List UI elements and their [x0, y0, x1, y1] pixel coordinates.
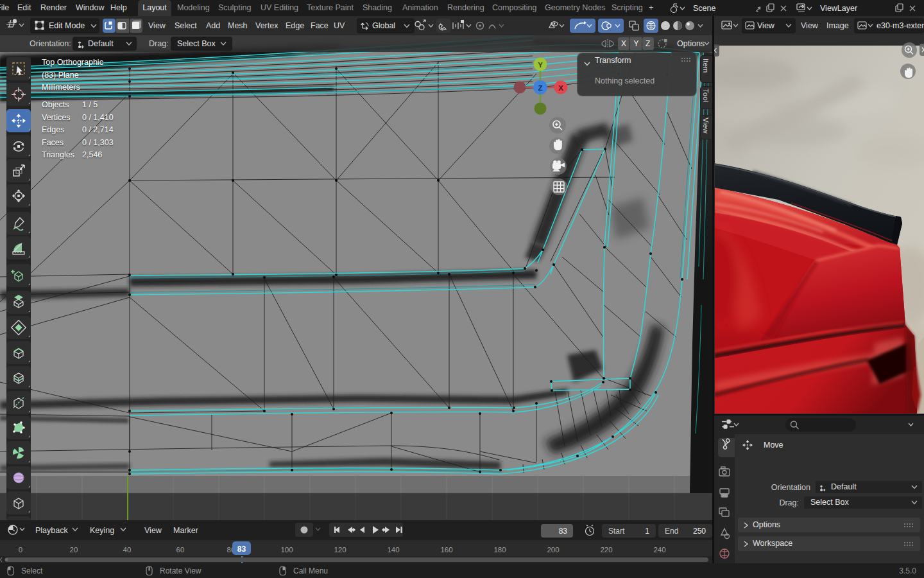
- svg-text:40: 40: [123, 546, 132, 554]
- svg-text:220: 220: [600, 546, 612, 554]
- svg-text:Rotate View: Rotate View: [160, 566, 201, 575]
- svg-text:End: End: [665, 527, 678, 536]
- svg-text:Options: Options: [677, 39, 705, 48]
- svg-text:Y: Y: [634, 39, 639, 48]
- svg-text:Start: Start: [608, 527, 625, 536]
- svg-text:View: View: [148, 21, 166, 30]
- svg-text:Orientation:: Orientation:: [30, 39, 71, 48]
- svg-text:Select: Select: [21, 566, 43, 575]
- svg-text:View: View: [801, 21, 819, 30]
- svg-text:Face: Face: [311, 21, 329, 30]
- svg-text:Marker: Marker: [173, 526, 198, 535]
- svg-text:240: 240: [653, 546, 665, 554]
- svg-text:200: 200: [547, 546, 559, 554]
- svg-text:120: 120: [334, 546, 346, 554]
- svg-text:X: X: [558, 84, 563, 92]
- svg-text:Add: Add: [206, 21, 220, 30]
- svg-text:Z: Z: [646, 39, 650, 48]
- svg-text:0: 0: [19, 546, 22, 554]
- svg-text:83: 83: [559, 527, 568, 536]
- svg-text:View: View: [757, 21, 775, 30]
- svg-text:160: 160: [440, 546, 452, 554]
- svg-text:3.5.0: 3.5.0: [899, 566, 916, 575]
- svg-text:Playback: Playback: [35, 526, 68, 535]
- svg-text:X: X: [621, 39, 626, 48]
- svg-text:Keying: Keying: [90, 526, 114, 535]
- svg-text:Scene: Scene: [693, 4, 715, 13]
- svg-text:Select: Select: [175, 21, 197, 30]
- svg-text:100: 100: [280, 546, 293, 554]
- svg-text:Global: Global: [372, 21, 395, 30]
- svg-text:e30-m3-exter: e30-m3-exter: [877, 21, 924, 30]
- svg-text:Edge: Edge: [286, 21, 304, 30]
- svg-text:83: 83: [237, 545, 246, 554]
- svg-text:60: 60: [176, 546, 185, 554]
- svg-text:Vertex: Vertex: [255, 21, 278, 30]
- svg-text:Default: Default: [88, 39, 114, 48]
- svg-text:Edit Mode: Edit Mode: [49, 21, 85, 30]
- svg-text:Select Box: Select Box: [177, 39, 216, 48]
- svg-text:250: 250: [693, 527, 706, 536]
- svg-text:Z: Z: [538, 84, 542, 92]
- svg-text:Image: Image: [826, 21, 849, 30]
- svg-text:Drag:: Drag:: [149, 39, 169, 48]
- svg-text:ViewLayer: ViewLayer: [820, 4, 857, 13]
- svg-text:20: 20: [70, 546, 78, 554]
- svg-text:1: 1: [645, 527, 649, 536]
- svg-text:UV: UV: [334, 21, 345, 30]
- svg-text:Y: Y: [538, 61, 543, 69]
- svg-text:Call Menu: Call Menu: [293, 566, 328, 575]
- svg-text:180: 180: [493, 546, 506, 554]
- svg-text:Mesh: Mesh: [228, 21, 248, 30]
- svg-text:View: View: [144, 526, 162, 535]
- svg-text:140: 140: [387, 546, 399, 554]
